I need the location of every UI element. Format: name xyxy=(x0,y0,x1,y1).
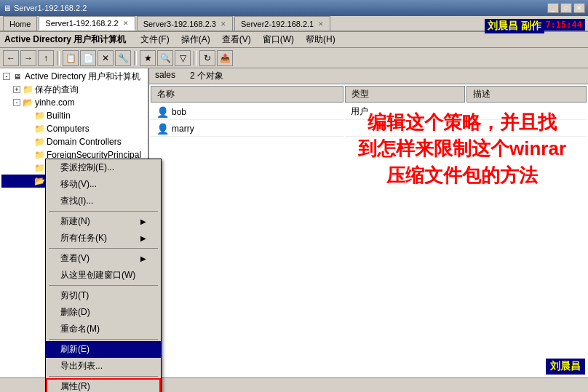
refresh-button[interactable]: ↻ xyxy=(199,50,215,66)
ctx-move[interactable]: 移动(V)... xyxy=(46,176,161,193)
context-menu: 委派控制(E)... 移动(V)... 查找(I)... 新建(N) ▶ 所有任… xyxy=(45,159,162,392)
ctx-new[interactable]: 新建(N) ▶ xyxy=(46,213,161,230)
filter-button[interactable]: ▽ xyxy=(175,50,191,66)
row2-name: 👤 marry xyxy=(151,121,343,137)
row2-desc xyxy=(466,121,587,137)
tab-home-label: Home xyxy=(9,20,31,28)
computers-label: Computers xyxy=(47,124,90,134)
search-button[interactable]: 🔍 xyxy=(157,50,173,66)
col-type[interactable]: 类型 xyxy=(345,86,465,103)
builtin-label: Builtin xyxy=(47,111,71,121)
ctx-sep4 xyxy=(49,339,158,340)
back-button[interactable]: ← xyxy=(3,50,19,66)
copy-button[interactable]: 📋 xyxy=(63,50,79,66)
ctx-create-window[interactable]: 从这里创建窗口(W) xyxy=(46,267,161,284)
toolbar: ← → ↑ 📋 📄 ✕ 🔧 ★ 🔍 ▽ ↻ 📤 xyxy=(0,48,588,68)
menu-help[interactable]: 帮助(H) xyxy=(300,32,341,47)
user2-icon: 👤 xyxy=(156,123,169,135)
row1-type: 用户 xyxy=(345,104,465,120)
tab-server3[interactable]: Server3-192.168.2.3 ✕ xyxy=(137,16,233,31)
users-icon xyxy=(33,162,45,174)
col-name[interactable]: 名称 xyxy=(151,86,343,103)
tree-computers[interactable]: Computers xyxy=(1,122,146,135)
content-count: 2 个对象 xyxy=(190,70,223,82)
tree-root-label: Active Directory 用户和计算机 xyxy=(25,71,140,83)
tab-server2-label: Server2-192.168.2.1 xyxy=(241,20,314,28)
ctx-view[interactable]: 查看(V) ▶ xyxy=(46,250,161,267)
menu-window[interactable]: 窗口(W) xyxy=(257,32,300,47)
user1-icon: 👤 xyxy=(156,106,169,118)
app-title: Active Directory 用户和计算机 xyxy=(1,33,129,46)
tree-domain-controllers[interactable]: Domain Controllers xyxy=(1,135,146,148)
tree-root[interactable]: - 🖥 Active Directory 用户和计算机 xyxy=(1,70,146,83)
properties-button[interactable]: 🔧 xyxy=(115,50,131,66)
ctx-sep1 xyxy=(49,211,158,212)
content-panel: sales 2 个对象 名称 类型 描述 👤 bob xyxy=(149,68,588,377)
row2-type xyxy=(345,121,465,137)
fsp-icon xyxy=(33,149,45,161)
menu-action[interactable]: 操作(A) xyxy=(175,32,216,47)
saved-expand[interactable]: + xyxy=(13,86,20,93)
yinhe-expand[interactable]: - xyxy=(13,99,20,106)
dc-icon xyxy=(33,136,45,148)
paste-button[interactable]: 📄 xyxy=(80,50,96,66)
tab-server1-label: Server1-192.168.2.2 xyxy=(45,19,118,28)
tree-yinhe[interactable]: - yinhe.com xyxy=(1,96,146,109)
ctx-properties[interactable]: 属性(R) xyxy=(46,378,161,392)
toolbar-sep3 xyxy=(194,51,196,65)
ctx-view-arrow: ▶ xyxy=(140,255,146,263)
ctx-alltasks[interactable]: 所有任务(K) ▶ xyxy=(46,230,161,247)
tab-server3-close[interactable]: ✕ xyxy=(220,20,226,28)
ctx-rename[interactable]: 重命名(M) xyxy=(46,321,161,337)
ctx-find[interactable]: 查找(I)... xyxy=(46,193,161,209)
maximize-button[interactable]: □ xyxy=(560,3,572,13)
root-expand[interactable]: - xyxy=(3,73,10,80)
tab-server1-close[interactable]: ✕ xyxy=(123,20,129,27)
watermark-bottom-right: 刘晨昌 xyxy=(546,359,585,375)
menu-view[interactable]: 查看(V) xyxy=(216,32,257,47)
yinhe-label: yinhe.com xyxy=(35,97,75,108)
new-button[interactable]: ★ xyxy=(140,50,156,66)
menu-bar: Active Directory 用户和计算机 文件(F) 操作(A) 查看(V… xyxy=(0,32,588,48)
ctx-refresh[interactable]: 刷新(E) xyxy=(46,341,161,358)
yinhe-icon xyxy=(22,97,33,108)
sales-icon xyxy=(33,175,45,187)
builtin-icon xyxy=(33,110,45,121)
ctx-cut[interactable]: 剪切(T) xyxy=(46,287,161,304)
ctx-delete[interactable]: 删除(D) xyxy=(46,304,161,321)
delete-button[interactable]: ✕ xyxy=(98,50,114,66)
ctx-new-arrow: ▶ xyxy=(140,217,146,225)
ctx-sep2 xyxy=(49,248,158,249)
export-button[interactable]: 📤 xyxy=(217,50,233,66)
tab-home[interactable]: Home xyxy=(3,16,37,31)
tree-saved-queries[interactable]: + 保存的查询 xyxy=(1,83,146,96)
dc-label: Domain Controllers xyxy=(47,137,122,147)
saved-queries-icon xyxy=(22,84,33,95)
col-desc[interactable]: 描述 xyxy=(466,86,587,103)
up-button[interactable]: ↑ xyxy=(38,50,54,66)
forward-button[interactable]: → xyxy=(20,50,36,66)
row1-desc xyxy=(466,104,587,120)
minimize-button[interactable]: _ xyxy=(547,3,559,13)
watermark-top-right: 刘晨昌 副作 xyxy=(485,19,544,33)
window-icon: 🖥 xyxy=(3,4,11,12)
saved-queries-label: 保存的查询 xyxy=(35,84,79,96)
toolbar-sep2 xyxy=(134,51,137,65)
table-row[interactable]: 👤 bob 用户 xyxy=(151,104,587,120)
content-path: sales xyxy=(155,70,175,82)
menu-file[interactable]: 文件(F) xyxy=(135,32,175,47)
window-title: Server1-192.168.2.2 xyxy=(14,4,87,12)
tab-server2[interactable]: Server2-192.168.2.1 ✕ xyxy=(234,16,330,31)
tab-server1[interactable]: Server1-192.168.2.2 ✕ xyxy=(39,16,135,31)
content-table: 名称 类型 描述 👤 bob 用户 xyxy=(149,84,588,138)
computers-icon xyxy=(33,123,45,135)
ctx-sep3 xyxy=(49,285,158,286)
tab-server2-close[interactable]: ✕ xyxy=(318,20,324,28)
toolbar-sep1 xyxy=(57,51,60,65)
tree-builtin[interactable]: Builtin xyxy=(1,109,146,122)
table-row[interactable]: 👤 marry xyxy=(151,121,587,137)
ctx-delegate[interactable]: 委派控制(E)... xyxy=(46,159,161,176)
close-button[interactable]: ✕ xyxy=(573,3,585,13)
title-bar: 🖥 Server1-192.168.2.2 _ □ ✕ xyxy=(0,0,588,16)
ctx-export[interactable]: 导出列表... xyxy=(46,358,161,375)
